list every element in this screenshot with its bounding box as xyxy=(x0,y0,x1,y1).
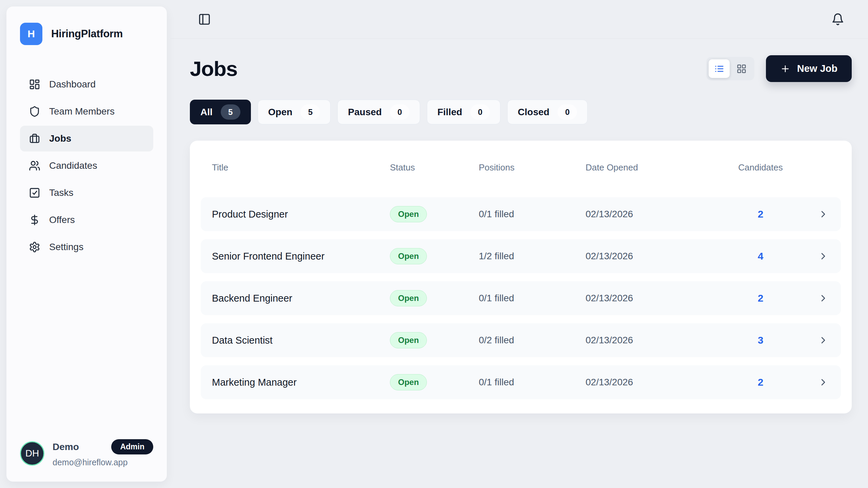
dollar-icon xyxy=(29,214,40,226)
new-job-button[interactable]: New Job xyxy=(766,55,852,82)
filter-all[interactable]: All5 xyxy=(190,100,251,124)
chevron-right-icon[interactable] xyxy=(818,209,829,220)
sidebar-item-dashboard[interactable]: Dashboard xyxy=(20,72,153,97)
table-body: Product DesignerOpen0/1 filled02/13/2026… xyxy=(201,197,841,399)
sidebar-item-offers[interactable]: Offers xyxy=(20,207,153,233)
content: Jobs New Job All5Open5Paused0Filled0Clos… xyxy=(170,39,868,413)
chevron-right-icon[interactable] xyxy=(818,293,829,304)
plus-icon xyxy=(780,64,790,74)
topbar xyxy=(170,0,868,39)
table-header: TitleStatusPositionsDate OpenedCandidate… xyxy=(201,162,841,173)
chevron-right-icon[interactable] xyxy=(818,377,829,388)
filter-count-badge: 0 xyxy=(470,104,490,120)
sidebar: H HiringPlatform DashboardTeam MembersJo… xyxy=(6,6,167,482)
candidates-count: 3 xyxy=(722,334,800,346)
filter-count-badge: 0 xyxy=(390,104,410,120)
column-header-date-opened: Date Opened xyxy=(586,162,722,173)
filter-label: All xyxy=(200,107,213,118)
date-opened: 02/13/2026 xyxy=(586,335,722,346)
table-row[interactable]: Senior Frontend EngineerOpen1/2 filled02… xyxy=(201,239,841,273)
grid-icon xyxy=(736,64,747,74)
sidebar-item-label: Candidates xyxy=(49,160,97,171)
filter-closed[interactable]: Closed0 xyxy=(507,100,588,124)
filter-label: Closed xyxy=(518,107,549,118)
sidebar-item-candidates[interactable]: Candidates xyxy=(20,153,153,179)
main-area: Jobs New Job All5Open5Paused0Filled0Clos… xyxy=(170,0,868,488)
gear-icon xyxy=(29,241,40,253)
column-header-title: Title xyxy=(212,162,390,173)
filter-open[interactable]: Open5 xyxy=(258,100,331,124)
page-head: Jobs New Job xyxy=(190,55,852,82)
column-header-status: Status xyxy=(390,162,479,173)
positions-filled: 0/1 filled xyxy=(479,293,586,304)
candidates-count: 2 xyxy=(722,377,800,388)
sidebar-item-label: Dashboard xyxy=(49,79,96,90)
date-opened: 02/13/2026 xyxy=(586,209,722,220)
positions-filled: 1/2 filled xyxy=(479,251,586,262)
briefcase-icon xyxy=(29,133,40,144)
filter-label: Paused xyxy=(348,107,382,118)
table-row[interactable]: Backend EngineerOpen0/1 filled02/13/2026… xyxy=(201,281,841,315)
filter-paused[interactable]: Paused0 xyxy=(337,100,420,124)
app-logo-icon: H xyxy=(20,23,42,45)
column-header-positions: Positions xyxy=(479,162,586,173)
filter-count-badge: 5 xyxy=(221,104,240,120)
table-row[interactable]: Data ScientistOpen0/2 filled02/13/20263 xyxy=(201,323,841,357)
chevron-right-icon[interactable] xyxy=(818,335,829,346)
new-job-label: New Job xyxy=(797,63,837,74)
notifications-button[interactable] xyxy=(831,13,844,26)
job-title: Senior Frontend Engineer xyxy=(212,251,390,262)
status-badge: Open xyxy=(390,248,427,264)
candidates-count: 4 xyxy=(722,250,800,262)
sidebar-item-label: Offers xyxy=(49,215,75,225)
grid-view-button[interactable] xyxy=(731,59,752,78)
user-role-badge: Admin xyxy=(111,439,153,454)
candidates-count: 2 xyxy=(722,208,800,220)
sidebar-item-label: Tasks xyxy=(49,187,74,198)
list-view-button[interactable] xyxy=(709,59,730,78)
filter-count-badge: 5 xyxy=(300,104,320,120)
sidebar-nav: DashboardTeam MembersJobsCandidatesTasks… xyxy=(20,72,153,261)
sidebar-item-jobs[interactable]: Jobs xyxy=(20,126,153,151)
sidebar-item-label: Jobs xyxy=(49,133,71,144)
status-badge: Open xyxy=(390,290,427,306)
app-name: HiringPlatform xyxy=(51,28,123,40)
list-icon xyxy=(714,64,724,74)
sidebar-item-settings[interactable]: Settings xyxy=(20,234,153,260)
sidebar-item-tasks[interactable]: Tasks xyxy=(20,180,153,206)
status-badge: Open xyxy=(390,374,427,390)
filter-count-badge: 0 xyxy=(557,104,577,120)
filter-label: Filled xyxy=(437,107,462,118)
panel-left-icon xyxy=(198,13,211,26)
dashboard-icon xyxy=(29,79,40,90)
job-title: Product Designer xyxy=(212,209,390,220)
chevron-right-icon[interactable] xyxy=(818,251,829,262)
sidebar-item-team-members[interactable]: Team Members xyxy=(20,99,153,124)
jobs-table-card: TitleStatusPositionsDate OpenedCandidate… xyxy=(190,141,852,413)
table-row[interactable]: Marketing ManagerOpen0/1 filled02/13/202… xyxy=(201,365,841,399)
view-toggle xyxy=(706,57,754,80)
app-logo-row: H HiringPlatform xyxy=(20,23,153,45)
status-filters: All5Open5Paused0Filled0Closed0 xyxy=(190,100,852,124)
sidebar-item-label: Settings xyxy=(49,242,83,252)
filter-label: Open xyxy=(268,107,293,118)
column-header-candidates: Candidates xyxy=(722,162,800,173)
sidebar-toggle-button[interactable] xyxy=(198,13,211,26)
user-name: Demo xyxy=(53,442,79,452)
check-square-icon xyxy=(29,187,40,199)
date-opened: 02/13/2026 xyxy=(586,251,722,262)
job-title: Backend Engineer xyxy=(212,293,390,304)
sidebar-item-label: Team Members xyxy=(49,106,115,117)
bell-icon xyxy=(831,13,844,26)
candidates-count: 2 xyxy=(722,292,800,304)
positions-filled: 0/1 filled xyxy=(479,209,586,220)
sidebar-user[interactable]: DH Demo Admin demo@hireflow.app xyxy=(20,439,153,467)
status-badge: Open xyxy=(390,332,427,348)
job-title: Marketing Manager xyxy=(212,377,390,388)
status-badge: Open xyxy=(390,206,427,222)
users-icon xyxy=(29,160,40,171)
filter-filled[interactable]: Filled0 xyxy=(427,100,500,124)
avatar: DH xyxy=(20,441,44,466)
table-row[interactable]: Product DesignerOpen0/1 filled02/13/2026… xyxy=(201,197,841,231)
shield-icon xyxy=(29,106,40,117)
